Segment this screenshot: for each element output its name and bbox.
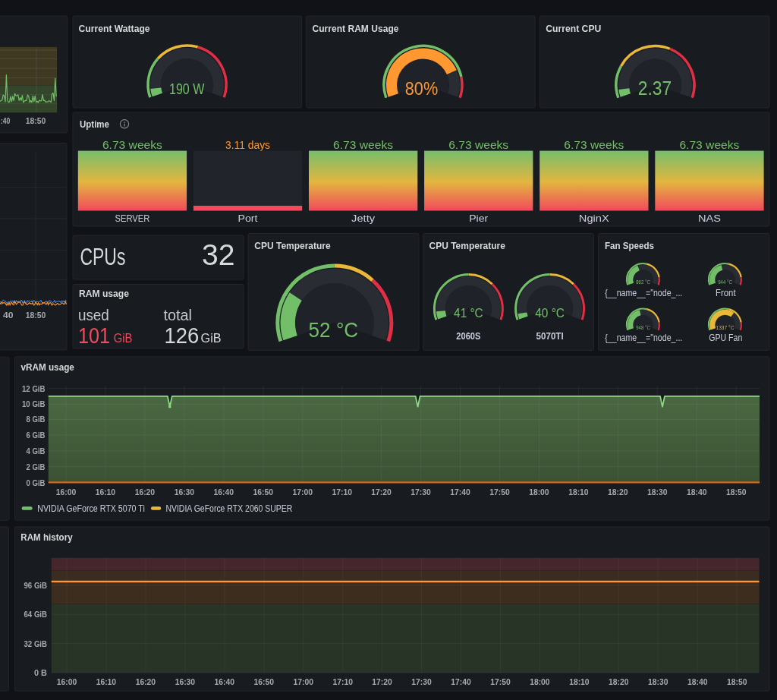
svg-text:Jetty: Jetty <box>351 213 376 224</box>
svg-text:18:50: 18:50 <box>26 311 46 320</box>
svg-text:40: 40 <box>3 311 14 320</box>
svg-text:18:30: 18:30 <box>647 487 668 497</box>
svg-text:RAM history: RAM history <box>20 531 73 543</box>
svg-text:17:10: 17:10 <box>332 677 353 686</box>
svg-text:16:30: 16:30 <box>175 677 196 686</box>
svg-text:80%: 80% <box>405 78 438 99</box>
svg-text:6.73 weeks: 6.73 weeks <box>102 138 162 151</box>
svg-text:12 GiB: 12 GiB <box>22 384 46 393</box>
svg-text:6.73 weeks: 6.73 weeks <box>333 138 393 151</box>
svg-text:GiB: GiB <box>201 331 222 345</box>
svg-text:16:00: 16:00 <box>56 487 77 497</box>
svg-text:RAM usage: RAM usage <box>79 288 129 299</box>
svg-text:Current CPU: Current CPU <box>546 23 601 34</box>
svg-text:126: 126 <box>165 323 200 348</box>
svg-text:CPU Temperature: CPU Temperature <box>429 240 505 251</box>
svg-text:16:20: 16:20 <box>135 487 156 497</box>
svg-text:17:30: 17:30 <box>411 487 431 497</box>
svg-text:NAS: NAS <box>698 213 721 224</box>
svg-text::40: :40 <box>1 116 11 125</box>
svg-text:Pier: Pier <box>469 213 489 224</box>
svg-text:Fan Speeds: Fan Speeds <box>605 240 654 251</box>
svg-text:{__name__="node_...: {__name__="node_... <box>605 332 682 343</box>
svg-text:CPUs: CPUs <box>80 243 125 270</box>
svg-text:NVIDIA GeForce RTX 2060 SUPER: NVIDIA GeForce RTX 2060 SUPER <box>165 503 292 514</box>
svg-text:16:40: 16:40 <box>214 487 234 497</box>
svg-text:CPU Temperature: CPU Temperature <box>254 240 330 251</box>
svg-text:NginX: NginX <box>579 213 609 224</box>
svg-text:SERVER: SERVER <box>115 213 149 224</box>
svg-text:GPU Fan: GPU Fan <box>709 332 742 343</box>
svg-text:16:10: 16:10 <box>96 487 116 497</box>
svg-text:101: 101 <box>78 323 110 348</box>
svg-text:16:00: 16:00 <box>57 677 77 686</box>
svg-text:8 GiB: 8 GiB <box>27 415 46 424</box>
svg-text:16:40: 16:40 <box>215 677 235 686</box>
svg-text:17:20: 17:20 <box>372 677 392 686</box>
svg-text:GiB: GiB <box>114 331 133 345</box>
svg-text:Port: Port <box>238 213 258 224</box>
svg-text:18:00: 18:00 <box>530 677 550 686</box>
svg-text:190 W: 190 W <box>169 80 205 97</box>
svg-text:862 °C: 862 °C <box>636 279 650 285</box>
svg-text:2 GiB: 2 GiB <box>27 462 46 471</box>
svg-text:17:40: 17:40 <box>450 487 470 497</box>
svg-text:32 GiB: 32 GiB <box>24 639 48 648</box>
svg-text:6 GiB: 6 GiB <box>27 430 46 440</box>
svg-text:vRAM usage: vRAM usage <box>20 361 74 373</box>
svg-text:18:20: 18:20 <box>608 487 628 497</box>
svg-text:16:10: 16:10 <box>96 677 117 686</box>
svg-text:0 GiB: 0 GiB <box>27 478 46 487</box>
svg-text:944 °C: 944 °C <box>718 279 732 285</box>
svg-text:2.37: 2.37 <box>638 77 672 99</box>
svg-text:17:00: 17:00 <box>293 677 313 686</box>
svg-text:948 °C: 948 °C <box>636 325 650 330</box>
svg-text:17:10: 17:10 <box>332 487 352 497</box>
svg-text:18:50: 18:50 <box>727 677 747 686</box>
svg-text:17:00: 17:00 <box>292 487 313 497</box>
svg-text:Uptime: Uptime <box>80 118 109 130</box>
svg-text:{__name__="node_...: {__name__="node_... <box>605 287 682 298</box>
svg-text:18:50: 18:50 <box>26 116 46 125</box>
svg-text:16:30: 16:30 <box>175 487 195 497</box>
svg-text:18:00: 18:00 <box>529 487 549 497</box>
svg-text:18:10: 18:10 <box>568 487 589 497</box>
svg-text:64 GiB: 64 GiB <box>24 610 48 619</box>
svg-text:41 °C: 41 °C <box>454 307 483 320</box>
svg-text:32: 32 <box>202 238 235 271</box>
svg-text:52 °C: 52 °C <box>309 318 359 342</box>
svg-text:total: total <box>163 307 192 323</box>
svg-text:10 GiB: 10 GiB <box>22 399 46 408</box>
svg-text:6.73 weeks: 6.73 weeks <box>564 138 624 151</box>
svg-text:5070TI: 5070TI <box>536 331 564 342</box>
svg-text:Current Wattage: Current Wattage <box>79 23 150 34</box>
svg-text:4 GiB: 4 GiB <box>27 446 46 456</box>
svg-text:17:50: 17:50 <box>490 677 511 686</box>
svg-text:96 GiB: 96 GiB <box>24 581 48 590</box>
svg-text:40 °C: 40 °C <box>535 307 565 320</box>
svg-text:18:40: 18:40 <box>687 487 707 497</box>
svg-text:6.73 weeks: 6.73 weeks <box>448 138 508 151</box>
svg-text:0 B: 0 B <box>34 668 47 677</box>
svg-text:18:40: 18:40 <box>687 677 708 686</box>
svg-text:16:20: 16:20 <box>136 677 156 686</box>
svg-text:18:50: 18:50 <box>726 487 747 497</box>
svg-text:17:20: 17:20 <box>371 487 392 497</box>
svg-text:1337 °C: 1337 °C <box>716 325 735 330</box>
svg-text:Current RAM Usage: Current RAM Usage <box>313 23 399 34</box>
svg-text:17:40: 17:40 <box>451 677 471 686</box>
svg-text:18:10: 18:10 <box>569 677 590 686</box>
svg-text:3.11 days: 3.11 days <box>225 138 270 151</box>
svg-text:18:30: 18:30 <box>648 677 668 686</box>
svg-text:6.73 weeks: 6.73 weeks <box>679 138 739 151</box>
svg-text:16:50: 16:50 <box>254 677 275 686</box>
svg-text:16:50: 16:50 <box>253 487 274 497</box>
svg-text:18:20: 18:20 <box>609 677 629 686</box>
svg-text:Front: Front <box>716 287 736 298</box>
svg-text:17:50: 17:50 <box>489 487 510 497</box>
svg-text:17:30: 17:30 <box>411 677 432 686</box>
svg-text:2060S: 2060S <box>456 331 480 342</box>
svg-text:NVIDIA GeForce RTX 5070 Ti: NVIDIA GeForce RTX 5070 Ti <box>37 503 145 514</box>
svg-text:used: used <box>78 307 109 323</box>
